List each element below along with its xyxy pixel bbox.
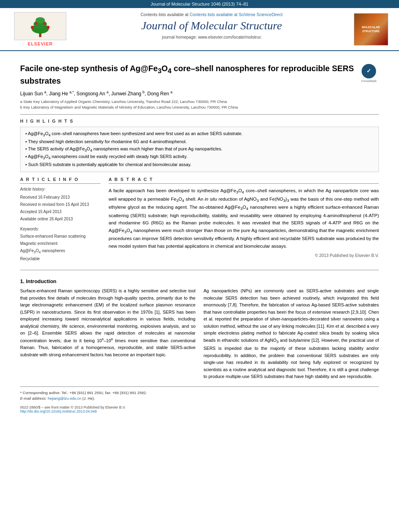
article-history-label: Article history: (20, 187, 101, 191)
date-accepted: Accepted 15 April 2013 (20, 208, 101, 216)
footnote-section: * Corresponding author. Tel.: +86 (931) … (20, 386, 379, 402)
keyword-2: Magnetic enrichment (20, 240, 101, 247)
issn-line: 0022-2860/$ – see front matter © 2013 Pu… (20, 405, 379, 409)
journal-cover-text: MOLECULARSTRUCTURE (362, 25, 380, 33)
abstract-col: A B S T R A C T A facile approach has be… (109, 177, 379, 263)
article-dates: Received 16 February 2013 Received in re… (20, 194, 101, 223)
main-content: Facile one-step synthesis of Ag@Fe3O4 co… (0, 51, 399, 419)
highlight-4: Ag@Fe3O4 nanospheres could be easily rec… (25, 153, 374, 161)
email-link[interactable]: hejiang@lzu.edu.cn (48, 396, 82, 401)
bottom-info: 0022-2860/$ – see front matter © 2013 Pu… (20, 405, 379, 413)
journal-name: Journal of Molecular Structure (76, 19, 347, 32)
affiliation-a: a State Key Laboratory of Applied Organi… (20, 99, 379, 105)
footnote-email: E-mail address: hejiang@lzu.edu.cn (J. H… (20, 396, 379, 401)
highlights-section: H I G H L I G H T S Ag@Fe3O4 core–shell … (20, 119, 379, 172)
introduction-section: 1. Introduction Surface-enhanced Raman s… (20, 278, 379, 380)
journal-cover-image: MOLECULARSTRUCTURE (354, 13, 388, 45)
article-info-abstract: A R T I C L E I N F O Article history: R… (20, 177, 379, 263)
article-info-title: A R T I C L E I N F O (20, 177, 101, 184)
journal-citation: Journal of Molecular Structure 1046 (201… (151, 2, 249, 6)
keyword-3: Ag@Fe3O4 nanospheres (20, 247, 101, 255)
highlight-3: The SERS activity of Ag@Fe3O4 nanosphere… (25, 146, 374, 154)
highlights-box: Ag@Fe3O4 core–shell nanospheres have bee… (20, 127, 379, 172)
intro-left-text: Surface-enhanced Raman spectroscopy (SER… (20, 288, 195, 359)
svg-point-8 (43, 22, 45, 25)
divider-1 (20, 114, 379, 115)
sciverse-link[interactable]: Contents lists available at SciVerse Sci… (189, 12, 282, 17)
elsevier-tree-image (14, 12, 66, 40)
intro-title: 1. Introduction (20, 278, 379, 284)
journal-header: ELSEVIER Contents lists available at Con… (0, 8, 399, 51)
date-online: Available online 26 April 2013 (20, 216, 101, 223)
intro-right-text: Ag nanoparticles (NPs) are commonly used… (204, 288, 379, 380)
divider-2 (20, 270, 379, 270)
keyword-4: Recyclable (20, 255, 101, 263)
keyword-1: Surface-enhanced Raman scattering (20, 233, 101, 240)
journal-cover-area: MOLECULARSTRUCTURE (351, 12, 391, 46)
article-title-section: Facile one-step synthesis of Ag@Fe3O4 co… (20, 63, 379, 86)
elsevier-brand-text: ELSEVIER (28, 41, 53, 46)
crossmark-label: CrossMark (361, 79, 377, 83)
keywords-label: Keywords: (20, 227, 101, 231)
publisher-logo-area: ELSEVIER (8, 12, 72, 46)
copyright-line: © 2013 Published by Elsevier B.V. (109, 253, 379, 258)
intro-left-col: Surface-enhanced Raman spectroscopy (SER… (20, 288, 195, 380)
date-received: Received 16 February 2013 (20, 194, 101, 201)
affiliation-b: b Key Laboratory of Magnetism and Magnet… (20, 105, 379, 110)
svg-point-6 (47, 26, 50, 29)
journal-header-bar: Journal of Molecular Structure 1046 (201… (0, 0, 399, 8)
highlight-5: Such SERS substrate is potentially appli… (25, 161, 374, 168)
article-info-col: A R T I C L E I N F O Article history: R… (20, 177, 101, 263)
highlight-2: They showed high detection sensitivity f… (25, 138, 374, 146)
svg-point-5 (31, 26, 34, 29)
abstract-title: A B S T R A C T (109, 177, 379, 184)
date-revised: Received in revised form 15 April 2013 (20, 201, 101, 208)
authors-line: Lijuan Sun a, Jiang He a,*, Songsong An … (20, 90, 379, 97)
journal-title-area: Contents lists available at Contents lis… (72, 12, 351, 46)
sciverse-line: Contents lists available at Contents lis… (76, 12, 347, 17)
crossmark-badge[interactable]: ✓ CrossMark (359, 63, 379, 83)
affiliations: a State Key Laboratory of Applied Organi… (20, 99, 379, 111)
svg-point-7 (35, 22, 37, 25)
journal-homepage: journal homepage: www.elsevier.com/locat… (76, 35, 347, 39)
highlight-1: Ag@Fe3O4 core–shell nanospheres have bee… (25, 130, 374, 138)
intro-columns: Surface-enhanced Raman spectroscopy (SER… (20, 288, 379, 380)
elsevier-logo: ELSEVIER (14, 12, 66, 46)
intro-right-col: Ag nanoparticles (NPs) are commonly used… (204, 288, 379, 380)
keywords-list: Surface-enhanced Raman scattering Magnet… (20, 233, 101, 263)
doi-line[interactable]: http://dx.doi.org/10.1016/j.molstruc.201… (20, 409, 379, 413)
article-title: Facile one-step synthesis of Ag@Fe3O4 co… (20, 63, 355, 86)
highlights-title: H I G H L I G H T S (20, 119, 379, 123)
footnote-corresponding: * Corresponding author. Tel.: +86 (931) … (20, 390, 379, 396)
crossmark-icon: ✓ (362, 64, 376, 78)
abstract-text: A facile approach has been developed to … (109, 187, 379, 250)
